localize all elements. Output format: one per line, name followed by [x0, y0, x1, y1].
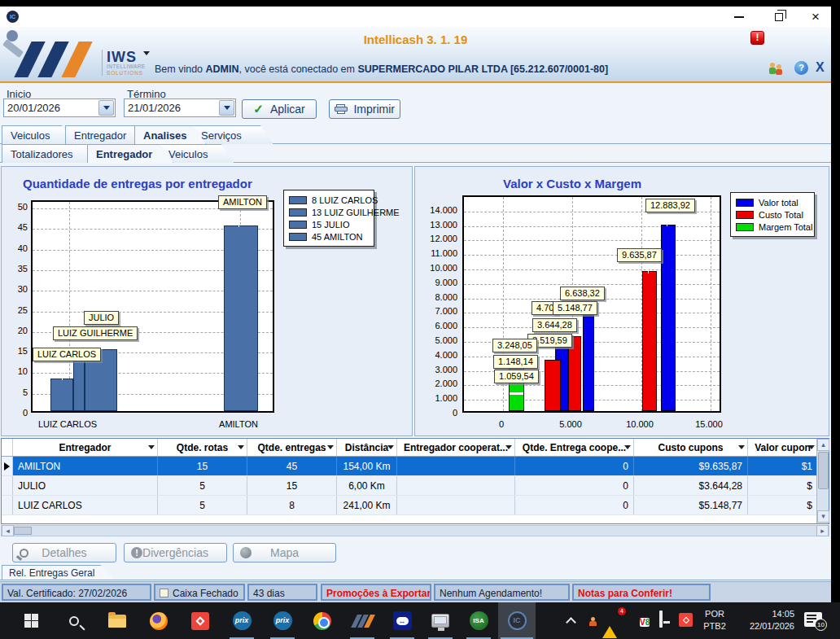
chart-panel-valor-custo-margem: Valor x Custo x Margem01.0002.0003.0004.…: [414, 166, 829, 436]
taskbar-explorer[interactable]: [98, 602, 136, 639]
taskbar-chrome[interactable]: [304, 602, 341, 639]
taskbar-intellicash[interactable]: IC: [498, 602, 536, 639]
taskbar-isa[interactable]: ISA: [460, 602, 497, 639]
tray-browser-icon[interactable]: [583, 612, 597, 627]
cell: 45: [247, 457, 337, 475]
scroll-up-icon[interactable]: ▴: [817, 439, 829, 451]
table-row[interactable]: LUIZ CARLOS58241,00 Km0$5.148,77$: [2, 496, 817, 515]
sort-dropdown-icon[interactable]: [738, 445, 745, 449]
notification-center[interactable]: 10: [804, 612, 822, 627]
taskbar-iws[interactable]: [343, 602, 381, 639]
iws-logo-icon: [2, 30, 103, 81]
logo-dropdown-icon[interactable]: [143, 51, 150, 55]
app-close-icon[interactable]: X: [816, 60, 825, 75]
legend-item: 13 LUIZ GUILHERME: [289, 206, 367, 218]
start-button[interactable]: [12, 602, 50, 639]
row-selector[interactable]: [2, 496, 13, 514]
tray-expand[interactable]: [560, 602, 581, 639]
sort-dropdown-icon[interactable]: [327, 445, 334, 449]
users-icon[interactable]: [769, 62, 785, 75]
column-header-1[interactable]: Entregador: [13, 439, 158, 456]
mapa-button[interactable]: Mapa: [233, 543, 336, 562]
column-header-5[interactable]: Entregador cooperat...: [397, 439, 515, 456]
language-indicator[interactable]: PORPTB2: [698, 608, 731, 632]
report-tab[interactable]: Rel. Entregas Geral: [2, 565, 115, 580]
tray-anydesk-icon[interactable]: [679, 613, 693, 628]
y-axis-tick: 15: [0, 346, 28, 356]
scroll-down-icon[interactable]: ▾: [817, 510, 829, 523]
scroll-thumb[interactable]: [818, 452, 829, 489]
alert-icon[interactable]: !: [750, 31, 764, 45]
tray-update-icon[interactable]: [621, 613, 636, 628]
help-icon[interactable]: ?: [794, 61, 808, 75]
taskbar-firefox[interactable]: [140, 602, 177, 639]
red-diamond-icon: [191, 612, 209, 630]
cell: JULIO: [13, 476, 158, 495]
detalhes-button[interactable]: Detalhes: [12, 543, 116, 562]
sort-dropdown-icon[interactable]: [148, 445, 155, 449]
y-axis-tick: 12.000: [420, 234, 457, 243]
tray-network-icon[interactable]: [659, 612, 674, 627]
aplicar-button[interactable]: ✓ Aplicar: [242, 99, 317, 119]
scroll-thumb[interactable]: [14, 527, 32, 535]
imprimir-button[interactable]: Imprimir: [329, 99, 400, 119]
close-button[interactable]: ×: [802, 7, 829, 27]
termino-dropdown-icon[interactable]: [219, 100, 234, 116]
bar-label: AMILTON: [218, 195, 267, 209]
callout-leader: [238, 212, 239, 227]
subtab-totalizadores[interactable]: Totalizadores: [2, 144, 99, 163]
sort-dropdown-icon[interactable]: [387, 445, 394, 449]
tray-drive-icon[interactable]: [602, 612, 617, 627]
vertical-scrollbar[interactable]: ▴▾: [816, 439, 829, 523]
row-selector[interactable]: [2, 457, 13, 475]
column-header-3[interactable]: Qtde. entregas: [247, 439, 337, 456]
taskbar-anydesk[interactable]: [182, 602, 219, 639]
horizontal-scrollbar[interactable]: ◂ ▸: [1, 525, 829, 536]
prix-icon: prix: [233, 611, 252, 630]
scroll-left-icon[interactable]: ◂: [2, 525, 14, 536]
table-row[interactable]: AMILTON1545154,00 Km0$9.635,87$1: [2, 457, 817, 476]
value-label: 6.638,32: [560, 287, 605, 300]
column-header-2[interactable]: Qtde. rotas: [158, 439, 247, 456]
chrome-icon: [313, 612, 331, 630]
sort-dropdown-icon[interactable]: [505, 445, 512, 449]
restore-button[interactable]: [765, 7, 793, 27]
taskbar-system-monitor[interactable]: [422, 602, 459, 639]
sort-dropdown-icon[interactable]: [624, 445, 631, 449]
tray-v8-icon[interactable]: V8: [640, 614, 654, 628]
y-axis-tick: 20: [0, 326, 28, 335]
sort-dropdown-icon[interactable]: [808, 445, 815, 449]
table-row[interactable]: JULIO5156,00 Km0$3.644,28$: [2, 476, 817, 496]
column-header-8[interactable]: Valor cupon: [748, 439, 818, 456]
subtab-entregador[interactable]: Entregador: [87, 144, 173, 163]
taskbar-search[interactable]: [55, 602, 93, 639]
column-header-6[interactable]: Qtde. Entrega coope...: [515, 439, 634, 456]
row-selector[interactable]: [2, 476, 13, 495]
y-axis-tick: 11.000: [420, 248, 457, 258]
value-label: 1.148,14: [493, 355, 538, 369]
y-axis-tick: 5: [0, 387, 28, 397]
value-label: 1.059,54: [494, 370, 539, 383]
y-axis-tick: 0: [0, 408, 28, 418]
column-header-7[interactable]: Custo cupons: [634, 439, 748, 456]
column-header-4[interactable]: Distância: [337, 439, 397, 456]
taskbar-prix-1[interactable]: prix: [223, 602, 260, 639]
sort-dropdown-icon[interactable]: [238, 445, 244, 449]
taskbar-teamviewer[interactable]: ↔: [383, 602, 421, 639]
table-header-row: EntregadorQtde. rotasQtde. entregasDistâ…: [2, 439, 817, 457]
tab-servicos[interactable]: Serviços: [192, 125, 273, 144]
termino-date-input[interactable]: 21/01/2026: [124, 98, 236, 117]
taskbar-prix-2[interactable]: prix: [264, 602, 301, 639]
intellicash-window: IC × Intellicash 3. 1. 19 IWS INTELLIWAR…: [0, 7, 831, 602]
tab-veiculos[interactable]: Veiculos: [2, 125, 75, 144]
y-axis-tick: 35: [0, 264, 28, 274]
exclamation-icon: !: [131, 547, 142, 558]
taskbar-clock[interactable]: 14:0522/01/2026: [733, 608, 794, 632]
divergencias-button[interactable]: ! Divergências: [124, 543, 227, 562]
caixa-checkbox[interactable]: [160, 589, 168, 597]
minimize-button[interactable]: [725, 7, 753, 27]
chart-title: Quantidade de entregas por entregador: [23, 177, 252, 190]
inicio-dropdown-icon[interactable]: [98, 100, 114, 116]
inicio-date-input[interactable]: 20/01/2026: [3, 98, 116, 117]
scroll-right-icon[interactable]: ▸: [816, 525, 829, 536]
